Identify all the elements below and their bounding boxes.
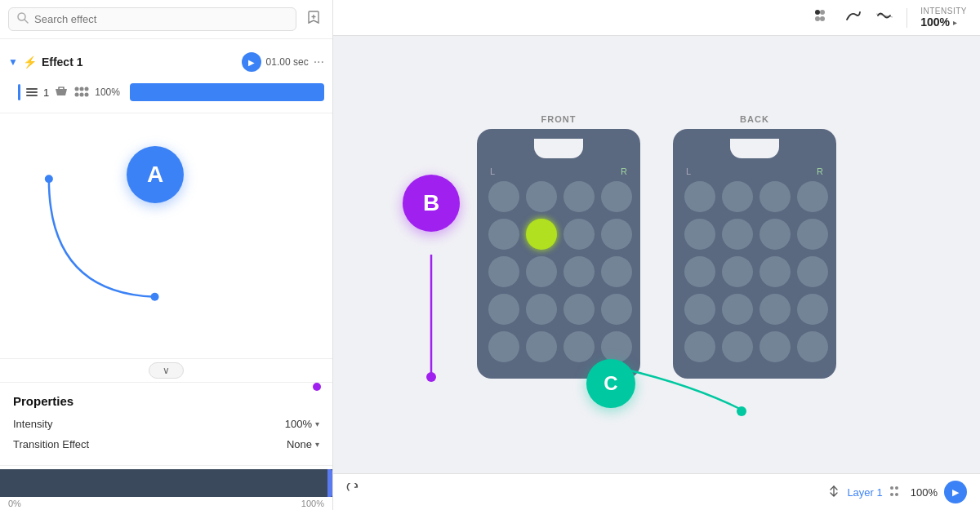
svg-point-11 — [80, 93, 84, 97]
svg-point-14 — [151, 293, 159, 301]
path-icon[interactable] — [844, 8, 862, 27]
pad[interactable] — [797, 294, 828, 325]
pad[interactable] — [564, 331, 595, 362]
svg-point-21 — [737, 406, 746, 416]
pad[interactable] — [601, 294, 632, 325]
svg-point-9 — [85, 87, 89, 91]
pad[interactable] — [797, 219, 828, 250]
search-input-wrapper[interactable] — [8, 7, 296, 31]
intensity-label: INTENSITY — [920, 7, 967, 16]
device-notch — [534, 139, 583, 158]
layer-percent: 100% — [95, 86, 120, 98]
pad[interactable] — [684, 256, 715, 287]
toolbar-divider — [906, 8, 907, 28]
pad[interactable] — [601, 219, 632, 250]
layer-indicator — [18, 84, 20, 100]
pad[interactable] — [488, 256, 519, 287]
chevron-down-icon: ▾ — [315, 419, 319, 428]
pad[interactable] — [526, 331, 557, 362]
annotation-b: B — [403, 175, 460, 232]
pad[interactable] — [684, 219, 715, 250]
play-button[interactable]: ▶ — [242, 52, 261, 72]
pad[interactable] — [488, 294, 519, 325]
intensity-value[interactable]: 100% ▾ — [285, 418, 319, 430]
pad[interactable] — [760, 219, 791, 250]
svg-point-10 — [75, 93, 79, 97]
pad[interactable] — [564, 256, 595, 287]
pad[interactable] — [722, 331, 753, 362]
pad[interactable] — [564, 294, 595, 325]
pad[interactable] — [684, 294, 715, 325]
intensity-row: Intensity 100% ▾ — [13, 418, 319, 430]
timeline-section: 0% 100% — [0, 465, 332, 510]
pad[interactable] — [601, 331, 632, 362]
pad[interactable] — [684, 331, 715, 362]
pad[interactable] — [760, 331, 791, 362]
transition-label: Transition Effect — [13, 438, 89, 450]
collapse-button[interactable]: ∨ — [149, 362, 184, 379]
wave-icon[interactable] — [875, 8, 893, 27]
more-options-button[interactable]: ··· — [314, 55, 324, 69]
pad[interactable] — [722, 294, 753, 325]
refresh-button[interactable] — [346, 483, 361, 501]
svg-point-7 — [75, 87, 79, 91]
properties-title: Properties — [13, 394, 319, 408]
intensity-block: INTENSITY 100% ▸ — [920, 7, 967, 29]
layer-sort-icon — [827, 485, 840, 500]
pad[interactable] — [797, 181, 828, 212]
svg-rect-6 — [26, 95, 38, 96]
layer-row: 1 100% — [0, 78, 332, 106]
pad[interactable] — [684, 181, 715, 212]
svg-point-8 — [80, 87, 84, 91]
svg-rect-5 — [26, 91, 38, 93]
timeline-handle[interactable] — [327, 469, 332, 497]
pad[interactable] — [564, 219, 595, 250]
pad[interactable] — [722, 256, 753, 287]
dots-grid-icon[interactable] — [813, 8, 831, 27]
pad[interactable] — [488, 331, 519, 362]
svg-point-24 — [890, 493, 893, 496]
intensity-chevron: ▸ — [953, 18, 957, 27]
pad[interactable] — [797, 256, 828, 287]
transition-row: Transition Effect None ▾ — [13, 438, 319, 450]
transition-value[interactable]: None ▾ — [287, 438, 319, 450]
pad[interactable] — [760, 294, 791, 325]
layer-chip: Layer 1 100% ▶ — [827, 481, 967, 503]
bottom-play-button[interactable]: ▶ — [944, 481, 967, 503]
pad[interactable] — [488, 181, 519, 212]
annotation-c: C — [586, 359, 635, 408]
intensity-value-row[interactable]: 100% ▸ — [920, 16, 957, 29]
duration-label: 01.00 sec — [266, 56, 309, 68]
pad[interactable] — [760, 256, 791, 287]
bottom-toolbar: Layer 1 100% ▶ — [333, 473, 980, 510]
pad-active[interactable] — [526, 219, 557, 250]
pad[interactable] — [488, 219, 519, 250]
l-label: L — [490, 166, 495, 176]
pad[interactable] — [601, 256, 632, 287]
pad[interactable] — [760, 181, 791, 212]
pad[interactable] — [722, 219, 753, 250]
back-label: BACK — [740, 114, 769, 124]
bookmark-button[interactable] — [303, 7, 324, 32]
pad[interactable] — [526, 294, 557, 325]
pad[interactable] — [564, 181, 595, 212]
pad[interactable] — [797, 331, 828, 362]
devices-wrapper: FRONT L R — [477, 114, 836, 379]
lightning-icon: ⚡ — [23, 55, 37, 69]
pad[interactable] — [526, 256, 557, 287]
intensity-value: 100% — [920, 16, 950, 29]
layer-chip-name: Layer 1 — [847, 486, 882, 499]
layer-chip-percent: 100% — [911, 486, 938, 499]
effect-list: ▼ ⚡ Effect 1 ▶ 01.00 sec ··· 1 — [0, 39, 332, 113]
svg-point-13 — [45, 175, 53, 183]
pad[interactable] — [722, 181, 753, 212]
svg-point-17 — [815, 16, 820, 21]
svg-point-15 — [815, 10, 820, 15]
pad[interactable] — [526, 181, 557, 212]
chevron-down-icon[interactable]: ▼ — [8, 56, 18, 68]
svg-point-12 — [85, 93, 89, 97]
timeline-bar[interactable] — [0, 469, 332, 497]
effect-item[interactable]: ▼ ⚡ Effect 1 ▶ 01.00 sec ··· — [0, 46, 332, 78]
pad[interactable] — [601, 181, 632, 212]
search-input[interactable] — [34, 13, 287, 25]
